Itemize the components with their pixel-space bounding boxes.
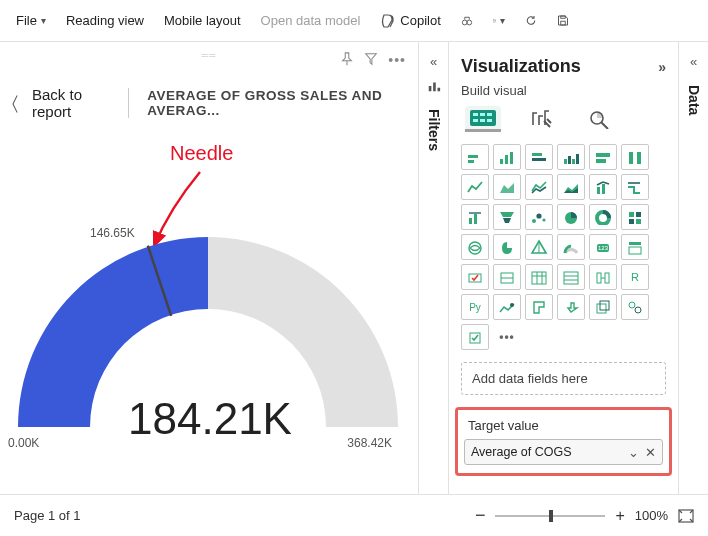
report-canvas[interactable]: ══ ••• 〈 Back to report AVERAGE OF GROSS… bbox=[0, 42, 418, 494]
build-visual-label: Build visual bbox=[461, 83, 666, 98]
svg-rect-31 bbox=[596, 153, 610, 157]
find-button[interactable] bbox=[453, 7, 481, 35]
visual-type-option[interactable] bbox=[525, 234, 553, 260]
zoom-in-button[interactable]: + bbox=[615, 507, 624, 525]
visual-type-option[interactable] bbox=[493, 264, 521, 290]
svg-marker-43 bbox=[503, 218, 511, 223]
visual-type-option[interactable] bbox=[589, 174, 617, 200]
zoom-level: 100% bbox=[635, 508, 668, 523]
visual-type-option[interactable] bbox=[621, 174, 649, 200]
refresh-button[interactable] bbox=[517, 7, 545, 35]
svg-rect-71 bbox=[605, 273, 609, 283]
visual-type-option[interactable] bbox=[557, 234, 585, 260]
build-visual-tab[interactable] bbox=[465, 106, 501, 132]
analytics-tab[interactable] bbox=[581, 106, 617, 132]
remove-field-icon[interactable]: ✕ bbox=[645, 445, 656, 460]
more-options-icon[interactable]: ••• bbox=[388, 52, 406, 68]
svg-rect-2 bbox=[493, 19, 496, 21]
pin-icon[interactable] bbox=[340, 52, 354, 66]
visual-type-option[interactable] bbox=[493, 174, 521, 200]
page-indicator[interactable]: Page 1 of 1 bbox=[14, 508, 81, 523]
visual-type-option[interactable] bbox=[621, 204, 649, 230]
back-to-report-button[interactable]: 〈 Back to report bbox=[12, 86, 106, 120]
visual-type-option[interactable] bbox=[557, 294, 585, 320]
visual-type-option[interactable] bbox=[461, 174, 489, 200]
svg-point-46 bbox=[542, 218, 545, 221]
svg-rect-10 bbox=[437, 88, 440, 92]
zoom-slider[interactable] bbox=[495, 515, 605, 517]
svg-rect-29 bbox=[572, 159, 575, 164]
svg-rect-6 bbox=[561, 16, 566, 18]
values-field-well[interactable]: Add data fields here bbox=[461, 362, 666, 395]
mobile-layout-button[interactable]: Mobile layout bbox=[156, 9, 249, 32]
visual-type-option[interactable] bbox=[589, 264, 617, 290]
visual-type-option[interactable] bbox=[525, 174, 553, 200]
visual-type-option[interactable] bbox=[621, 144, 649, 170]
more-visuals-button[interactable]: ••• bbox=[493, 324, 521, 350]
save-button[interactable] bbox=[549, 7, 577, 35]
svg-rect-24 bbox=[510, 152, 513, 164]
refresh-icon bbox=[525, 13, 537, 28]
file-menu[interactable]: File ▾ bbox=[8, 9, 54, 32]
svg-rect-40 bbox=[469, 218, 472, 224]
viz-mode-tabs bbox=[461, 104, 666, 134]
visual-type-option[interactable] bbox=[621, 294, 649, 320]
data-pane-collapsed[interactable]: « Data bbox=[678, 42, 708, 494]
svg-rect-39 bbox=[602, 184, 605, 194]
svg-rect-20 bbox=[468, 155, 478, 158]
filters-pane-collapsed[interactable]: « Filters bbox=[418, 42, 448, 494]
viz-title: Visualizations bbox=[461, 56, 581, 77]
visual-type-option[interactable]: Py bbox=[461, 294, 489, 320]
fit-to-page-icon[interactable] bbox=[678, 509, 694, 523]
svg-rect-9 bbox=[433, 83, 436, 92]
visual-type-option[interactable] bbox=[461, 144, 489, 170]
visual-type-option[interactable] bbox=[525, 264, 553, 290]
visual-type-option[interactable] bbox=[557, 204, 585, 230]
visual-type-option[interactable]: R bbox=[621, 264, 649, 290]
visual-type-option[interactable] bbox=[493, 294, 521, 320]
visual-type-option[interactable] bbox=[525, 294, 553, 320]
visual-type-option[interactable] bbox=[621, 234, 649, 260]
svg-marker-35 bbox=[500, 183, 514, 193]
visual-type-option[interactable] bbox=[461, 204, 489, 230]
svg-point-79 bbox=[629, 302, 635, 308]
gauge-visual[interactable]: 146.65K 0.00K 368.42K 184.21K bbox=[0, 202, 420, 462]
visual-type-option[interactable] bbox=[589, 144, 617, 170]
visual-type-option[interactable] bbox=[557, 174, 585, 200]
expand-left-icon[interactable]: « bbox=[430, 54, 437, 69]
visual-type-option[interactable] bbox=[461, 234, 489, 260]
visual-type-option[interactable] bbox=[557, 264, 585, 290]
filter-icon[interactable] bbox=[364, 52, 378, 66]
visual-type-option[interactable] bbox=[525, 144, 553, 170]
collapse-right-icon[interactable]: » bbox=[658, 59, 666, 75]
svg-rect-63 bbox=[532, 272, 546, 284]
svg-rect-33 bbox=[629, 152, 633, 164]
svg-rect-59 bbox=[629, 247, 641, 254]
visual-type-option[interactable] bbox=[493, 144, 521, 170]
visual-type-option[interactable] bbox=[525, 204, 553, 230]
visual-type-option[interactable] bbox=[493, 204, 521, 230]
target-label: Target value bbox=[468, 418, 659, 433]
visual-type-option[interactable] bbox=[461, 324, 489, 350]
chevron-down-icon[interactable]: ⌄ bbox=[628, 445, 639, 460]
expand-left-icon[interactable]: « bbox=[690, 54, 697, 69]
svg-rect-11 bbox=[470, 110, 496, 126]
format-visual-tab[interactable] bbox=[523, 106, 559, 132]
svg-rect-58 bbox=[629, 242, 641, 245]
visual-type-option[interactable] bbox=[589, 294, 617, 320]
svg-rect-67 bbox=[564, 272, 578, 284]
visual-type-option[interactable] bbox=[557, 144, 585, 170]
zoom-out-button[interactable]: − bbox=[475, 505, 486, 526]
visual-type-option[interactable]: 123 bbox=[589, 234, 617, 260]
drag-handle-icon[interactable]: ══ bbox=[197, 50, 221, 56]
status-bar: Page 1 of 1 − + 100% bbox=[0, 494, 708, 536]
layout-dropdown[interactable]: ▾ bbox=[485, 7, 513, 35]
svg-rect-50 bbox=[636, 212, 641, 217]
reading-view-button[interactable]: Reading view bbox=[58, 9, 152, 32]
target-value-label: 146.65K bbox=[90, 226, 135, 240]
copilot-button[interactable]: Copilot bbox=[372, 9, 448, 33]
visual-type-option[interactable] bbox=[461, 264, 489, 290]
visual-type-option[interactable] bbox=[589, 204, 617, 230]
target-field-pill[interactable]: Average of COGS ⌄ ✕ bbox=[464, 439, 663, 465]
visual-type-option[interactable] bbox=[493, 234, 521, 260]
